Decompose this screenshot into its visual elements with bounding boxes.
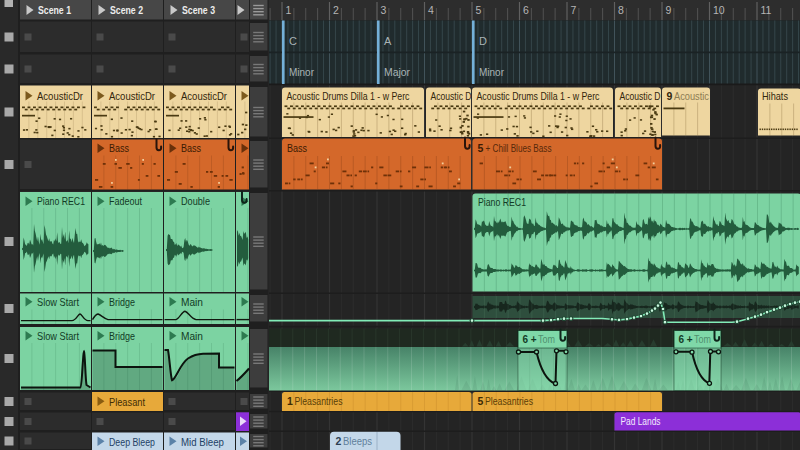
svg-text:Slow Start: Slow Start	[37, 330, 79, 342]
svg-text:Tom: Tom	[538, 334, 555, 345]
svg-text:Piano REC1: Piano REC1	[478, 196, 526, 208]
svg-text:Bleeps: Bleeps	[343, 435, 372, 447]
svg-text:D: D	[479, 35, 487, 47]
svg-text:6 +: 6 +	[679, 334, 693, 345]
svg-text:Minor: Minor	[289, 66, 314, 78]
svg-text:3: 3	[381, 4, 387, 16]
svg-text:Acoustic Drums Dilla 1 - w Per: Acoustic Drums Dilla 1 - w Perc	[477, 90, 600, 102]
svg-text:Acoustic: Acoustic	[674, 90, 709, 102]
svg-text:9: 9	[666, 4, 672, 16]
svg-text:Scene 1: Scene 1	[38, 4, 71, 16]
svg-text:Scene 2: Scene 2	[110, 4, 143, 16]
svg-text:6: 6	[523, 4, 529, 16]
svg-text:AcousticDr: AcousticDr	[181, 90, 227, 102]
svg-text:Scene 3: Scene 3	[182, 4, 215, 16]
svg-text:1: 1	[286, 4, 292, 16]
svg-text:Acoustic Drums Dilla 1 - w Per: Acoustic Drums Dilla 1 - w Perc	[287, 90, 410, 102]
svg-text:A: A	[384, 35, 392, 47]
svg-text:Bass: Bass	[181, 142, 201, 154]
svg-text:Pleasantries: Pleasantries	[485, 395, 533, 407]
svg-text:6 +: 6 +	[523, 334, 537, 345]
svg-text:Bass: Bass	[109, 142, 129, 154]
svg-text:Bass: Bass	[287, 142, 307, 154]
svg-text:Double: Double	[181, 195, 210, 207]
svg-text:Piano REC1: Piano REC1	[37, 195, 85, 207]
svg-text:Deep Bleep: Deep Bleep	[109, 436, 155, 448]
svg-text:5: 5	[476, 4, 482, 16]
svg-text:Acoustic D: Acoustic D	[620, 90, 661, 102]
svg-text:5: 5	[478, 142, 484, 154]
svg-text:8: 8	[618, 4, 624, 16]
svg-text:+ Chill Blues Bass: + Chill Blues Bass	[486, 142, 552, 154]
svg-text:1: 1	[287, 395, 293, 407]
svg-text:Major: Major	[384, 66, 410, 78]
svg-text:11: 11	[761, 4, 772, 16]
svg-text:10: 10	[713, 4, 725, 16]
svg-text:Hihats: Hihats	[762, 90, 788, 102]
svg-text:2: 2	[336, 435, 342, 447]
svg-text:Minor: Minor	[479, 66, 504, 78]
svg-text:9: 9	[667, 90, 673, 102]
svg-text:Bridge: Bridge	[109, 330, 135, 342]
svg-text:5: 5	[478, 395, 484, 407]
svg-text:Main: Main	[181, 330, 203, 342]
svg-text:Mid Bleep: Mid Bleep	[181, 436, 224, 448]
svg-text:Pleasant: Pleasant	[109, 396, 145, 408]
svg-text:7: 7	[571, 4, 577, 16]
svg-text:2: 2	[333, 4, 339, 16]
svg-text:4: 4	[428, 4, 434, 16]
svg-text:Pleasantries: Pleasantries	[295, 395, 343, 407]
svg-text:AcousticDr: AcousticDr	[37, 90, 83, 102]
svg-text:Bridge: Bridge	[109, 296, 135, 308]
svg-text:Acoustic D: Acoustic D	[431, 90, 472, 102]
svg-text:AcousticDr: AcousticDr	[109, 90, 155, 102]
svg-text:Fadeout: Fadeout	[109, 195, 142, 207]
svg-text:Pad Lands: Pad Lands	[621, 415, 661, 427]
svg-text:C: C	[289, 35, 297, 47]
svg-text:Main: Main	[181, 296, 203, 308]
svg-text:Slow Start: Slow Start	[37, 296, 79, 308]
svg-text:Tom: Tom	[694, 334, 711, 345]
